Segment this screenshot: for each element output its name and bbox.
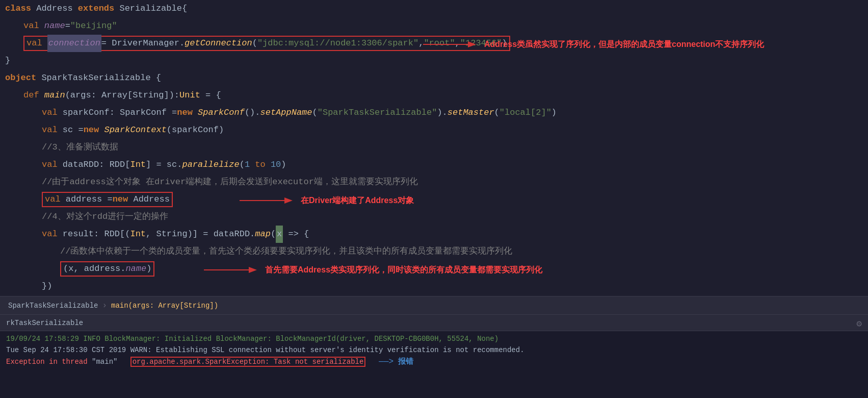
code-line-12: val address = new Address 在Driver端构建了Add… xyxy=(5,191,868,208)
code-line-13: //4、对这个rdd进行一定的操作 xyxy=(5,208,868,226)
bottom-panel: rkTaskSerializable ⚙ 19/09/24 17:58:29 I… xyxy=(0,314,868,398)
panel-title-bar: rkTaskSerializable ⚙ xyxy=(0,315,868,331)
xaddressname-box: (x, address. name ) xyxy=(60,261,154,277)
code-line-8: val sc = new SparkContext (sparkConf) xyxy=(5,121,868,139)
annotation-text-1: Address类虽然实现了序列化，但是内部的成员变量connection不支持序… xyxy=(484,36,764,53)
error-label: 报错 xyxy=(398,357,413,365)
panel-title: rkTaskSerializable xyxy=(6,319,83,327)
code-line-4: } xyxy=(5,52,868,69)
annotation-arrow-3 xyxy=(204,262,265,278)
code-editor: class Address extends Serializable{ val … xyxy=(0,0,868,296)
breadcrumb-method: main(args: Array[String]) xyxy=(111,302,218,310)
address-annotation: 在Driver端构建了Address对象 xyxy=(240,192,414,209)
code-line-1: class Address extends Serializable{ xyxy=(5,0,868,17)
breadcrumb-sep: › xyxy=(102,301,107,310)
connection-annotation: Address类虽然实现了序列化，但是内部的成员变量connection不支持序… xyxy=(423,36,764,53)
code-line-3: val connection = DriverManager . getConn… xyxy=(5,35,868,52)
code-line-17: }) xyxy=(5,278,868,295)
code-line-7: val sparkConf: SparkConf = new SparkConf… xyxy=(5,104,868,121)
code-line-5: object SparkTaskSerializable { xyxy=(5,69,868,87)
console-line-1: 19/09/24 17:58:29 INFO BlockManager: Ini… xyxy=(6,333,862,344)
code-line-11: //由于address这个对象 在driver端构建，后期会发送到executo… xyxy=(5,173,868,191)
code-line-2: val name = "beijing" xyxy=(5,17,868,35)
annotation-arrow-2 xyxy=(240,193,301,208)
annotation-arrow-1 xyxy=(423,37,484,52)
code-line-14: val result: RDD[( Int , String)] = dataR… xyxy=(5,226,868,243)
kw-class: class xyxy=(5,0,31,17)
serializable-annotation: 首先需要Address类实现序列化，同时该类的所有成员变量都需要实现序列化 xyxy=(204,261,542,279)
error-box: org.apache.spark.SparkException: Task no… xyxy=(130,357,366,367)
code-line-9: //3、准备测试数据 xyxy=(5,139,868,156)
breadcrumb-bar: SparkTaskSerializable › main(args: Array… xyxy=(0,296,868,314)
console-line-3: Exception in thread "main" org.apache.sp… xyxy=(6,356,862,367)
address-box: val address = new Address xyxy=(42,192,173,207)
annotation-text-2: 在Driver端构建了Address对象 xyxy=(301,192,414,209)
code-line-16: (x, address. name ) 首先需要Address类实现序列化，同时… xyxy=(5,260,868,278)
code-line-6: def main (args: Array[String]): Unit = { xyxy=(5,87,868,104)
error-arrow-icon: ——> xyxy=(374,357,393,366)
code-line-15: //函数体中依赖于一个类的成员变量，首先这个类必须要要实现序列化，并且该类中的所… xyxy=(5,243,868,260)
gear-icon[interactable]: ⚙ xyxy=(856,318,862,329)
console-line-2: Tue Sep 24 17:58:30 CST 2019 WARN: Estab… xyxy=(6,344,862,356)
annotation-text-3: 首先需要Address类实现序列化，同时该类的所有成员变量都需要实现序列化 xyxy=(265,261,542,279)
console-output: 19/09/24 17:58:29 INFO BlockManager: Ini… xyxy=(0,331,868,369)
breadcrumb-class: SparkTaskSerializable xyxy=(8,302,98,310)
code-line-10: val dataRDD: RDD[ Int ] = sc. paralleliz… xyxy=(5,156,868,173)
